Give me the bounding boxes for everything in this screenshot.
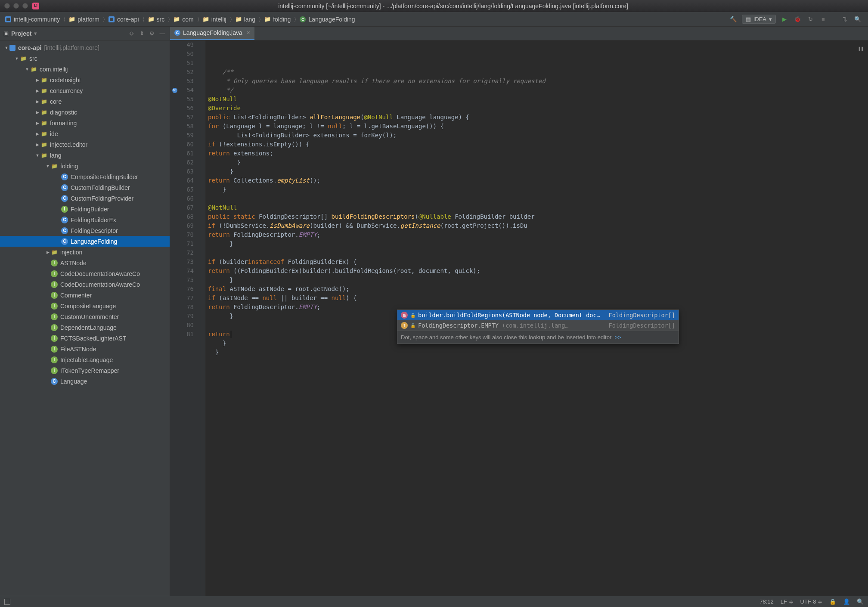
breadcrumb-item[interactable]: com	[171, 15, 196, 24]
tree-row[interactable]: core-api[intellij.platform.core]	[0, 42, 170, 53]
fold-mark[interactable]	[200, 140, 205, 149]
fold-mark[interactable]	[200, 59, 205, 68]
tree-arrow[interactable]	[24, 67, 30, 71]
build-icon[interactable]: 🔨	[729, 15, 738, 24]
code-line[interactable]: }	[208, 276, 868, 285]
code-line[interactable]: if (!DumbService.isDumbAware(builder) &&…	[208, 221, 868, 230]
line-ending[interactable]: LF ≑	[781, 598, 794, 605]
code-line[interactable]: List<FoldingBuilder> extensions = forKey…	[208, 131, 868, 140]
code-line[interactable]: return extensions;	[208, 149, 868, 158]
breadcrumb-item[interactable]: src	[146, 15, 167, 24]
fold-mark[interactable]	[200, 312, 205, 321]
tree-arrow[interactable]	[34, 89, 40, 93]
breadcrumb-item[interactable]: platform	[66, 15, 102, 24]
tree-arrow[interactable]	[3, 46, 9, 50]
tree-row[interactable]: injection	[0, 247, 170, 257]
fold-mark[interactable]	[200, 239, 205, 248]
fold-mark[interactable]	[200, 95, 205, 104]
fold-mark[interactable]	[200, 257, 205, 266]
code-line[interactable]	[208, 194, 868, 203]
tree-arrow[interactable]	[34, 153, 40, 158]
code-line[interactable]: return FoldingDescriptor.EMPTY;	[208, 230, 868, 239]
code-line[interactable]: }	[208, 167, 868, 176]
code-line[interactable]: }	[208, 158, 868, 167]
fold-mark[interactable]	[200, 104, 205, 113]
code-line[interactable]: @NotNull	[208, 95, 868, 104]
tree-row[interactable]: codeInsight	[0, 74, 170, 85]
minimize-window-button[interactable]	[13, 3, 19, 9]
fold-mark[interactable]	[200, 248, 205, 257]
run-with-coverage-button[interactable]: ↻	[806, 15, 815, 24]
maximize-window-button[interactable]	[22, 3, 28, 9]
project-title[interactable]: Project	[11, 30, 31, 37]
fold-mark[interactable]	[200, 303, 205, 312]
hector-icon[interactable]: 👤	[843, 598, 850, 605]
fold-mark[interactable]	[200, 176, 205, 185]
tree-row[interactable]: ICodeDocumentationAwareCo	[0, 268, 170, 279]
tree-row[interactable]: CCompositeFoldingBuilder	[0, 171, 170, 182]
fold-mark[interactable]	[200, 212, 205, 221]
tree-row[interactable]: CLanguageFolding	[0, 236, 170, 247]
tree-arrow[interactable]	[45, 164, 51, 168]
tree-row[interactable]: concurrency	[0, 85, 170, 96]
tree-row[interactable]: lang	[0, 150, 170, 161]
code-line[interactable]: public static FoldingDescriptor[] buildF…	[208, 212, 868, 221]
code-line[interactable]: if (!extensions.isEmpty()) {	[208, 140, 868, 149]
code-line[interactable]: @NotNull	[208, 203, 868, 212]
update-project-button[interactable]: ⇅	[840, 15, 849, 24]
gear-icon[interactable]: ⚙	[148, 30, 156, 37]
fold-mark[interactable]	[200, 86, 205, 95]
tree-arrow[interactable]	[45, 250, 51, 254]
breadcrumb-item[interactable]: CLanguageFolding	[297, 15, 357, 24]
fold-mark[interactable]	[200, 185, 205, 194]
tree-row[interactable]: ICompositeLanguage	[0, 300, 170, 311]
tree-row[interactable]: CCustomFoldingProvider	[0, 193, 170, 204]
code-line[interactable]: }	[208, 185, 868, 194]
fold-mark[interactable]	[200, 221, 205, 230]
editor-body[interactable]: o↑ 4950515253545556575859606162636465666…	[170, 40, 868, 596]
code-line[interactable]: return ((FoldingBuilderEx)builder).build…	[208, 266, 868, 276]
fold-mark[interactable]	[200, 149, 205, 158]
tree-arrow[interactable]	[34, 132, 40, 136]
tree-row[interactable]: CCustomFoldingBuilder	[0, 182, 170, 193]
tree-row[interactable]: com.intellij	[0, 64, 170, 74]
tree-row[interactable]: ide	[0, 128, 170, 139]
tool-windows-icon[interactable]	[4, 599, 10, 605]
fold-mark[interactable]	[200, 40, 205, 50]
code-line[interactable]: public List<FoldingBuilder> allForLangua…	[208, 113, 868, 122]
tree-row[interactable]: IITokenTypeRemapper	[0, 365, 170, 376]
tree-row[interactable]: diagnostic	[0, 107, 170, 118]
completion-hint-link[interactable]: >>	[614, 334, 621, 341]
tree-arrow[interactable]	[34, 78, 40, 82]
fold-mark[interactable]	[200, 285, 205, 294]
code-line[interactable]: */	[208, 86, 868, 95]
fold-mark[interactable]	[200, 122, 205, 131]
search-everywhere-button[interactable]: 🔍	[853, 15, 862, 24]
fold-mark[interactable]	[200, 50, 205, 59]
tree-arrow[interactable]	[34, 142, 40, 147]
run-button[interactable]: ▶	[780, 15, 789, 24]
fold-mark[interactable]	[200, 294, 205, 303]
project-tree[interactable]: core-api[intellij.platform.core]srccom.i…	[0, 40, 170, 596]
tree-row[interactable]: IDependentLanguage	[0, 322, 170, 333]
tree-row[interactable]: IFileASTNode	[0, 344, 170, 354]
tree-arrow[interactable]	[14, 56, 20, 61]
tree-row[interactable]: injected.editor	[0, 139, 170, 150]
fold-mark[interactable]	[200, 158, 205, 167]
code-line[interactable]: for (Language l = language; l != null; l…	[208, 122, 868, 131]
minimize-panel-icon[interactable]: —	[158, 30, 166, 37]
code-line[interactable]	[208, 248, 868, 257]
code-line[interactable]: if (astNode == null || builder == null) …	[208, 294, 868, 303]
gutter[interactable]: o↑ 4950515253545556575859606162636465666…	[170, 40, 200, 596]
tree-row[interactable]: ICommenter	[0, 290, 170, 300]
code-line[interactable]: if (builder instanceof FoldingBuilderEx)…	[208, 257, 868, 266]
code-line[interactable]: @Override	[208, 104, 868, 113]
breadcrumb-item[interactable]: core-api	[106, 15, 142, 24]
breadcrumb-item[interactable]: folding	[262, 15, 293, 24]
tree-row[interactable]: IFCTSBackedLighterAST	[0, 333, 170, 344]
tree-row[interactable]: CFoldingBuilderEx	[0, 214, 170, 225]
breadcrumb-item[interactable]: intellij	[200, 15, 229, 24]
fold-mark[interactable]	[200, 276, 205, 285]
code-line[interactable]: /**	[208, 68, 868, 77]
tree-row[interactable]: IInjectableLanguage	[0, 354, 170, 365]
